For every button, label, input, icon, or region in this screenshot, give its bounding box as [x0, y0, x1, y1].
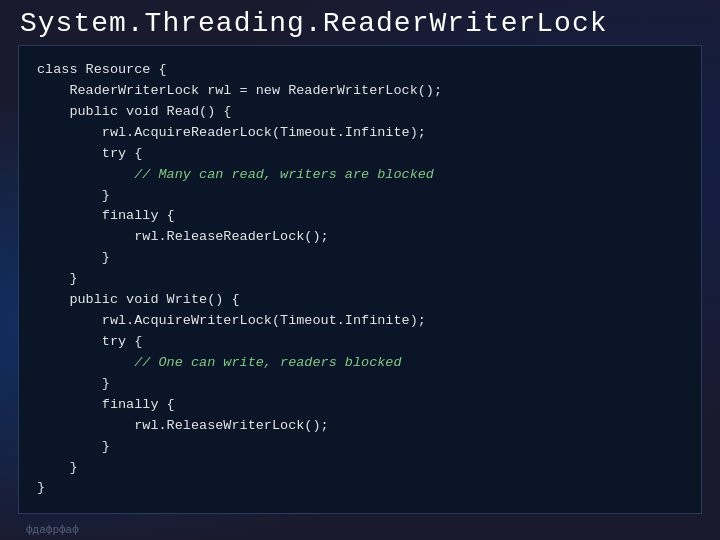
- code-line: try {: [37, 146, 142, 161]
- code-line: }: [37, 250, 110, 265]
- code-line: rwl.AcquireWriterLock(Timeout.Infinite);: [37, 313, 426, 328]
- code-line: public void Write() {: [37, 292, 240, 307]
- code-line: // Many can read, writers are blocked: [37, 167, 434, 182]
- code-line: // One can write, readers blocked: [37, 355, 402, 370]
- code-line: rwl.AcquireReaderLock(Timeout.Infinite);: [37, 125, 426, 140]
- code-line: class Resource {: [37, 62, 167, 77]
- code-line: rwl.ReleaseReaderLock();: [37, 229, 329, 244]
- code-line: finally {: [37, 397, 175, 412]
- code-container: class Resource { ReaderWriterLock rwl = …: [18, 45, 702, 514]
- code-line: public void Read() {: [37, 104, 231, 119]
- code-line: finally {: [37, 208, 175, 223]
- code-line: }: [37, 460, 78, 475]
- code-block: class Resource { ReaderWriterLock rwl = …: [37, 60, 683, 499]
- code-line: }: [37, 376, 110, 391]
- code-line: ReaderWriterLock rwl = new ReaderWriterL…: [37, 83, 442, 98]
- code-line: }: [37, 188, 110, 203]
- code-line: }: [37, 480, 45, 495]
- code-line: }: [37, 271, 78, 286]
- code-line: try {: [37, 334, 142, 349]
- watermark: фдафрфаф: [26, 524, 79, 536]
- code-line: }: [37, 439, 110, 454]
- page-title: System.Threading.ReaderWriterLock: [0, 0, 720, 45]
- code-line: rwl.ReleaseWriterLock();: [37, 418, 329, 433]
